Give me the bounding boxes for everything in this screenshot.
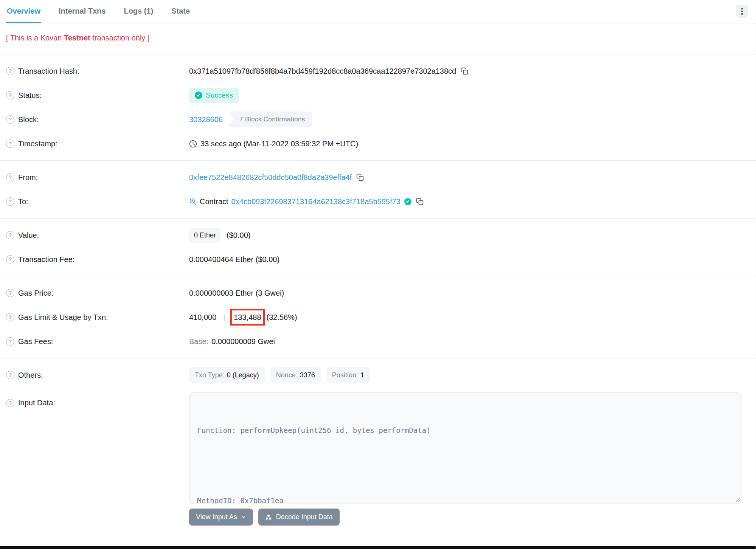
timestamp-value: 33 secs ago (Mar-11-2022 03:59:32 PM +UT… <box>200 140 358 148</box>
value-label: Value: <box>18 231 39 240</box>
section-parties: From: 0xfee7522e8482682cf50ddc50a0f8da2a… <box>0 160 756 218</box>
fee-value: 0.000400464 Ether ($0.00) <box>189 255 279 264</box>
bottom-bar <box>0 546 756 549</box>
gas-used-value: 133,488 <box>234 313 261 321</box>
tab-overview[interactable]: Overview <box>6 7 41 23</box>
row-to: To: Contract 0x4cb093f226983713164a62138… <box>6 189 750 214</box>
block-number-link[interactable]: 30328606 <box>189 115 223 124</box>
input-data-label: Input Data: <box>18 399 55 407</box>
transaction-hash-value: 0x371a51097fb78df856f8b4a7bd459f192d8cc8… <box>189 67 456 76</box>
timestamp-label: Timestamp: <box>18 140 57 148</box>
gas-used-annotation-box: 133,488 <box>230 309 264 326</box>
block-confirmations-badge: 7 Block Confirmations <box>228 112 312 127</box>
nonce-value: 3376 <box>300 371 315 379</box>
to-label-wrap: To: <box>6 197 189 206</box>
help-icon[interactable] <box>6 197 14 206</box>
chevron-down-icon <box>241 515 246 520</box>
from-label-wrap: From: <box>6 173 189 182</box>
section-gas: Gas Price: 0.000000003 Ether (3 Gwei) Ga… <box>0 276 756 358</box>
gas-limit-label-wrap: Gas Limit & Usage by Txn: <box>6 313 189 322</box>
to-address-link[interactable]: 0x4cb093f226983713164a62138c3f718a5b595f… <box>231 197 401 206</box>
help-icon[interactable] <box>6 399 14 407</box>
transaction-hash-label-wrap: Transaction Hash: <box>6 67 189 76</box>
timestamp-label-wrap: Timestamp: <box>6 140 189 148</box>
view-input-as-label: View Input As <box>196 513 237 521</box>
verified-check-icon <box>404 198 411 205</box>
gas-fees-label-wrap: Gas Fees: <box>6 337 189 346</box>
view-input-as-button[interactable]: View Input As <box>189 509 253 526</box>
zoom-in-icon[interactable] <box>189 198 197 205</box>
check-circle-icon <box>195 92 202 99</box>
row-block: Block: 30328606 7 Block Confirmations <box>6 107 750 132</box>
copy-icon[interactable] <box>461 67 468 75</box>
help-icon[interactable] <box>6 255 14 264</box>
status-badge-text: Success <box>206 91 233 99</box>
copy-icon[interactable] <box>416 198 424 205</box>
nonce-badge: Nonce:3376 <box>270 367 321 383</box>
others-label: Others: <box>18 371 43 380</box>
input-data-buttons: View Input As Decode Input Data <box>189 509 345 526</box>
help-icon[interactable] <box>6 313 14 321</box>
help-icon[interactable] <box>6 289 14 297</box>
kebab-menu-icon[interactable] <box>736 5 748 18</box>
to-contract-prefix: Contract <box>200 197 228 206</box>
help-icon[interactable] <box>6 115 14 124</box>
fee-label-wrap: Transaction Fee: <box>6 255 189 264</box>
txn-type-key: Txn Type: <box>195 371 225 379</box>
help-icon[interactable] <box>6 140 14 148</box>
input-data-line: MethodID: 0x7bbaf1ea <box>197 495 734 504</box>
block-label: Block: <box>18 115 39 124</box>
gas-price-label-wrap: Gas Price: <box>6 289 189 298</box>
clock-icon <box>189 140 197 148</box>
input-data-textarea[interactable]: Function: performUpkeep(uint256 id, byte… <box>189 392 742 504</box>
position-value: 1 <box>360 371 364 379</box>
gas-limit-label: Gas Limit & Usage by Txn: <box>18 313 108 322</box>
input-data-label-wrap: Input Data: <box>6 392 189 407</box>
resize-handle[interactable] <box>734 496 740 502</box>
section-others-input: Others: Txn Type:0 (Legacy) Nonce:3376 P… <box>0 358 756 532</box>
decode-input-data-label: Decode Input Data <box>276 513 333 521</box>
gas-fees-base-value: 0.000000009 Gwei <box>211 337 275 346</box>
decode-input-data-button[interactable]: Decode Input Data <box>258 509 340 526</box>
section-summary: Transaction Hash: 0x371a51097fb78df856f8… <box>0 54 756 160</box>
gas-fees-label: Gas Fees: <box>18 337 53 346</box>
transaction-hash-label: Transaction Hash: <box>18 67 79 76</box>
position-key: Position: <box>332 371 358 379</box>
testnet-notice: [ This is a Kovan Testnet transaction on… <box>0 23 756 54</box>
help-icon[interactable] <box>6 91 14 99</box>
value-label-wrap: Value: <box>6 231 189 240</box>
row-gas-fees: Gas Fees: Base: 0.000000009 Gwei <box>6 329 750 354</box>
help-icon[interactable] <box>6 337 14 346</box>
row-from: From: 0xfee7522e8482682cf50ddc50a0f8da2a… <box>6 165 750 189</box>
transaction-detail-page: Overview Internal Txns Logs (1) State [ … <box>0 0 756 549</box>
help-icon[interactable] <box>6 173 14 181</box>
tab-bar: Overview Internal Txns Logs (1) State <box>0 0 756 23</box>
section-value: Value: 0 Ether ($0.00) Transaction Fee: … <box>0 218 756 276</box>
row-timestamp: Timestamp: 33 secs ago (Mar-11-2022 03:5… <box>6 132 750 156</box>
row-value: Value: 0 Ether ($0.00) <box>6 223 750 247</box>
help-icon[interactable] <box>6 231 14 239</box>
tab-internal-txns[interactable]: Internal Txns <box>58 7 106 23</box>
row-input-data: Input Data: Function: performUpkeep(uint… <box>6 392 750 526</box>
row-status: Status: Success <box>6 83 750 107</box>
fee-label: Transaction Fee: <box>18 255 75 264</box>
tab-logs[interactable]: Logs (1) <box>123 7 154 23</box>
from-address-link[interactable]: 0xfee7522e8482682cf50ddc50a0f8da2a39effa… <box>189 173 352 182</box>
txn-type-value: 0 (Legacy) <box>227 371 259 379</box>
tab-state[interactable]: State <box>171 7 191 23</box>
nonce-key: Nonce: <box>276 371 298 379</box>
row-gas-limit-usage: Gas Limit & Usage by Txn: 410,000 | 133,… <box>6 305 750 329</box>
from-label: From: <box>18 173 38 182</box>
value-badge: 0 Ether <box>189 228 221 243</box>
row-transaction-fee: Transaction Fee: 0.000400464 Ether ($0.0… <box>6 247 750 271</box>
notice-bold: Testnet <box>64 34 90 42</box>
to-label: To: <box>18 197 28 206</box>
gas-price-label: Gas Price: <box>18 289 53 298</box>
status-label-wrap: Status: <box>6 91 189 100</box>
input-data-line: Function: performUpkeep(uint256 id, byte… <box>197 425 734 436</box>
copy-icon[interactable] <box>356 174 364 181</box>
value-usd: ($0.00) <box>227 231 250 240</box>
txn-type-badge: Txn Type:0 (Legacy) <box>189 367 265 383</box>
help-icon[interactable] <box>6 371 14 379</box>
help-icon[interactable] <box>6 67 14 75</box>
